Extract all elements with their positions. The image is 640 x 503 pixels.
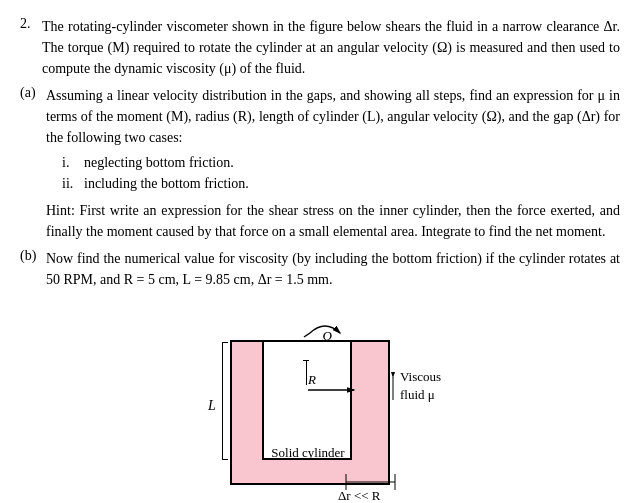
sub-ii-text: including the bottom friction. xyxy=(84,173,249,194)
part-a: (a) Assuming a linear velocity distribut… xyxy=(20,85,620,242)
viscous-arrow-svg xyxy=(388,372,398,402)
sub-item-ii: ii. including the bottom friction. xyxy=(62,173,620,194)
figure: Ω L R xyxy=(190,310,450,500)
l-brace-bottom-tick xyxy=(222,459,228,460)
solid-cylinder-label: Solid cylinder xyxy=(268,445,348,461)
sub-items: i. neglecting bottom friction. ii. inclu… xyxy=(62,152,620,194)
sub-i-text: neglecting bottom friction. xyxy=(84,152,234,173)
l-brace-vertical xyxy=(222,342,223,460)
part-a-content: Assuming a linear velocity distribution … xyxy=(46,85,620,242)
sub-ii-label: ii. xyxy=(62,173,78,194)
svg-line-1 xyxy=(304,333,310,337)
part-b-content: Now find the numerical value for viscosi… xyxy=(46,248,620,290)
problem-number-label: 2. xyxy=(20,16,36,79)
figure-container: Ω L R xyxy=(20,310,620,500)
svg-text:Ω: Ω xyxy=(322,330,332,343)
sub-item-i: i. neglecting bottom friction. xyxy=(62,152,620,173)
r-label: R xyxy=(308,372,316,388)
viscous-fluid-text: Viscous fluid μ xyxy=(400,369,441,402)
part-a-text: Assuming a linear velocity distribution … xyxy=(46,88,620,145)
part-a-label: (a) xyxy=(20,85,40,242)
hint-text: Hint: First write an expression for the … xyxy=(46,200,620,242)
sub-i-label: i. xyxy=(62,152,78,173)
l-brace-top-tick xyxy=(222,342,228,343)
problem-number-row: 2. The rotating-cylinder viscometer show… xyxy=(20,16,620,79)
delta-r-label: Δr << R xyxy=(338,488,381,503)
l-label: L xyxy=(208,398,216,414)
omega-svg: Ω xyxy=(290,315,360,343)
part-b: (b) Now find the numerical value for vis… xyxy=(20,248,620,290)
part-b-label: (b) xyxy=(20,248,40,290)
omega-arrow-area: Ω xyxy=(290,315,360,347)
r-horiz-tick xyxy=(303,360,309,361)
problem-intro-text: The rotating-cylinder viscometer shown i… xyxy=(42,16,620,79)
problem-container: 2. The rotating-cylinder viscometer show… xyxy=(20,16,620,500)
viscous-fluid-label: Viscous fluid μ xyxy=(400,368,450,404)
part-b-text: Now find the numerical value for viscosi… xyxy=(46,251,620,287)
